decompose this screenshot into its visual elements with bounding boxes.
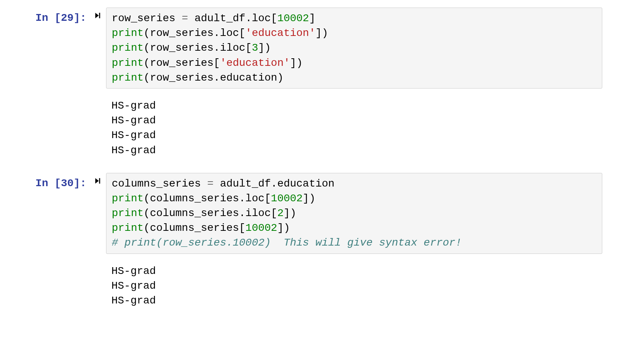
code-input[interactable]: columns_series = adult_df.education prin… — [106, 173, 602, 254]
cell-body: row_series = adult_df.loc[10002] print(r… — [106, 8, 602, 89]
code-cell: In [30]:columns_series = adult_df.educat… — [23, 173, 602, 254]
code-token: print — [112, 207, 144, 219]
code-token: ] — [309, 12, 316, 24]
code-token: adult_df.education — [214, 178, 334, 190]
code-token: 10002 — [245, 222, 277, 234]
output-area: HS-grad HS-grad HS-grad — [23, 261, 602, 308]
code-token: = — [207, 178, 214, 190]
code-token: ]) — [290, 57, 303, 69]
prompt-area: In [29]: — [23, 8, 106, 25]
code-token: ]) — [284, 207, 297, 219]
code-token: print — [112, 193, 144, 204]
notebook-container: In [29]:row_series = adult_df.loc[10002]… — [23, 8, 602, 308]
code-token: (columns_series.iloc[ — [144, 207, 277, 219]
code-token: (row_series[ — [144, 57, 220, 69]
code-cell: In [29]:row_series = adult_df.loc[10002]… — [23, 8, 602, 89]
code-token: ]) — [303, 193, 316, 204]
code-token: print — [112, 42, 144, 54]
code-input[interactable]: row_series = adult_df.loc[10002] print(r… — [106, 8, 602, 89]
code-token: print — [112, 72, 144, 84]
code-token: 10002 — [271, 193, 303, 204]
prompt-area: In [30]: — [23, 173, 106, 191]
code-token: (row_series.loc[ — [144, 27, 245, 39]
code-token: 10002 — [277, 12, 309, 24]
code-token: print — [112, 222, 144, 234]
code-token: (columns_series[ — [144, 222, 245, 234]
code-token: 'education' — [245, 27, 316, 39]
code-token: ]) — [258, 42, 271, 54]
code-token: ]) — [316, 27, 328, 39]
code-token: columns_series — [112, 178, 207, 190]
output-area: HS-grad HS-grad HS-grad HS-grad — [23, 96, 602, 158]
run-cell-button[interactable] — [93, 11, 102, 20]
code-token: 2 — [277, 207, 284, 219]
prompt-label: In [29]: — [36, 11, 86, 25]
code-token: adult_df.loc[ — [188, 12, 277, 24]
code-token: row_series — [112, 12, 182, 24]
output-text: HS-grad HS-grad HS-grad — [106, 261, 602, 308]
code-token: 'education' — [220, 57, 290, 69]
cell-body: columns_series = adult_df.education prin… — [106, 173, 602, 254]
prompt-label: In [30]: — [36, 176, 86, 191]
run-cell-button[interactable] — [93, 177, 102, 185]
code-token: print — [112, 57, 144, 69]
code-token: ]) — [277, 222, 290, 234]
code-token: (row_series.education) — [144, 72, 284, 84]
code-token: 3 — [252, 42, 258, 54]
output-text: HS-grad HS-grad HS-grad HS-grad — [106, 96, 602, 158]
code-token: # print(row_series.10002) This will give… — [112, 237, 462, 249]
code-token: (columns_series.loc[ — [144, 193, 271, 204]
code-token: (row_series.iloc[ — [144, 42, 252, 54]
code-token: = — [182, 12, 188, 24]
code-token: print — [112, 27, 144, 39]
